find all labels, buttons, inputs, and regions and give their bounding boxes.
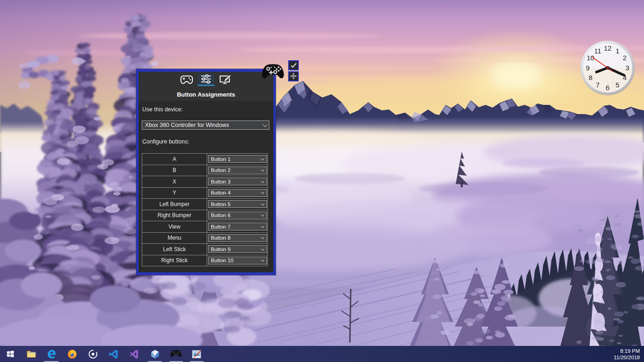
svg-text:7: 7 [596,81,599,89]
svg-text:1: 1 [615,47,619,55]
svg-text:6: 6 [606,84,609,92]
svg-text:5: 5 [615,81,619,89]
svg-text:9: 9 [586,64,590,72]
svg-text:2: 2 [623,54,627,62]
svg-text:12: 12 [604,44,612,52]
svg-text:3: 3 [626,64,629,72]
svg-text:11: 11 [594,47,602,55]
svg-text:8: 8 [589,74,592,81]
